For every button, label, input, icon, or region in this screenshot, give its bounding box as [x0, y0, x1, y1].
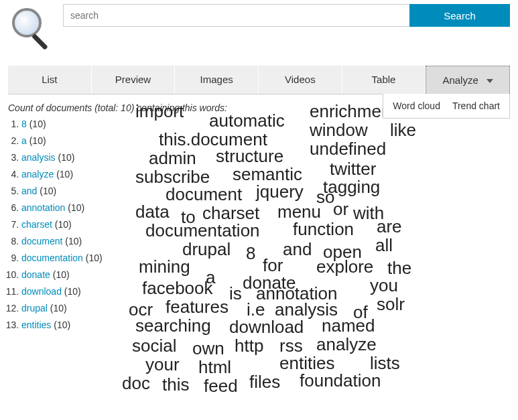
cloud-word[interactable]: lists — [370, 354, 400, 372]
cloud-word[interactable]: jquery — [256, 183, 304, 200]
word-count: (10) — [51, 320, 70, 330]
cloud-word[interactable]: like — [390, 121, 416, 139]
word-count: (10) — [27, 119, 46, 129]
cloud-word[interactable]: download — [229, 318, 304, 336]
cloud-word[interactable]: or — [333, 200, 348, 218]
word-count: (10) — [54, 169, 73, 180]
cloud-word[interactable]: is — [229, 285, 242, 302]
cloud-word[interactable]: automatic — [209, 112, 285, 129]
cloud-word[interactable]: drupal — [182, 240, 231, 258]
cloud-word[interactable]: feed — [204, 377, 238, 395]
word-count: (10) — [52, 219, 72, 230]
list-item: and (10) — [21, 184, 115, 198]
cloud-word[interactable]: own — [192, 340, 224, 357]
cloud-word[interactable]: menu — [277, 203, 321, 220]
word-link[interactable]: download — [21, 286, 62, 297]
word-link[interactable]: drupal — [21, 303, 48, 313]
cloud-word[interactable]: charset — [202, 204, 259, 222]
cloud-word[interactable]: you — [370, 277, 398, 294]
list-item: download (10) — [21, 285, 115, 299]
cloud-word[interactable]: doc — [122, 374, 150, 392]
word-count: (10) — [83, 253, 103, 263]
word-link[interactable]: analysis — [21, 152, 56, 163]
word-count: (10) — [62, 236, 82, 247]
list-item: charset (10) — [21, 218, 115, 232]
cloud-word[interactable]: window — [310, 121, 368, 139]
list-item: a (10) — [21, 134, 115, 148]
cloud-word[interactable]: rss — [279, 337, 303, 354]
list-item: analyze (10) — [21, 167, 115, 182]
cloud-word[interactable]: searching — [135, 317, 211, 334]
dropdown-trendchart[interactable]: Trend chart — [452, 100, 500, 111]
cloud-word[interactable]: features — [166, 298, 229, 316]
word-link[interactable]: documentation — [21, 253, 83, 263]
cloud-word[interactable]: admin — [149, 149, 196, 167]
cloud-word[interactable]: import — [135, 102, 184, 120]
cloud-word[interactable]: social — [132, 337, 176, 354]
cloud-word[interactable]: semantic — [233, 165, 302, 183]
word-link[interactable]: charset — [21, 219, 52, 230]
tab-analyze[interactable]: Analyze — [426, 66, 510, 94]
search-button[interactable]: Search — [409, 4, 510, 27]
cloud-word[interactable]: 8 — [246, 244, 255, 262]
tab-preview[interactable]: Preview — [92, 66, 176, 94]
word-count: (10) — [50, 269, 70, 280]
word-count: (10) — [48, 303, 67, 313]
search-input[interactable] — [63, 4, 409, 27]
tab-analyze-label: Analyze — [442, 74, 478, 86]
cloud-word[interactable]: tagging — [323, 178, 380, 196]
cloud-word[interactable]: html — [198, 358, 231, 376]
svg-rect-1 — [31, 33, 48, 50]
cloud-word[interactable]: files — [249, 373, 280, 391]
list-item: document (10) — [21, 234, 115, 249]
cloud-word[interactable]: the — [387, 259, 411, 277]
cloud-word[interactable]: mining — [139, 258, 190, 275]
cloud-word[interactable]: subscribe — [135, 168, 210, 186]
word-frequency-list: 8 (10)a (10)analysis (10)analyze (10)and… — [8, 117, 115, 332]
cloud-word[interactable]: foundation — [300, 372, 381, 389]
cloud-word[interactable]: data — [135, 203, 170, 220]
list-item: drupal (10) — [21, 301, 115, 316]
cloud-word[interactable]: for — [263, 257, 283, 274]
cloud-word[interactable]: documentation — [145, 222, 260, 239]
cloud-word[interactable]: undefined — [310, 140, 386, 157]
tab-list[interactable]: List — [8, 66, 92, 94]
cloud-word[interactable]: all — [375, 236, 393, 254]
chevron-down-icon — [487, 79, 493, 83]
word-link[interactable]: a — [21, 135, 27, 146]
word-link[interactable]: 8 — [21, 119, 27, 129]
list-item: donate (10) — [21, 268, 115, 282]
word-link[interactable]: annotation — [21, 202, 65, 213]
analyze-dropdown: Word cloud Trend chart — [383, 94, 510, 119]
cloud-word[interactable]: and — [283, 240, 312, 258]
cloud-word[interactable]: entities — [279, 354, 334, 372]
word-link[interactable]: and — [21, 186, 37, 196]
cloud-word[interactable]: twitter — [330, 160, 376, 178]
word-link[interactable]: analyze — [21, 169, 54, 180]
cloud-word[interactable]: explore — [316, 258, 373, 275]
cloud-word[interactable]: i.e — [247, 301, 265, 318]
cloud-word[interactable]: named — [322, 317, 375, 334]
cloud-word[interactable]: your — [145, 356, 180, 373]
cloud-word[interactable]: facebook — [142, 279, 213, 297]
cloud-word[interactable]: document — [166, 186, 242, 203]
cloud-word[interactable]: structure — [216, 147, 283, 165]
svg-point-0 — [13, 9, 40, 36]
word-count: (10) — [62, 286, 81, 297]
cloud-word[interactable]: function — [293, 220, 354, 238]
list-item: analysis (10) — [21, 151, 115, 165]
word-link[interactable]: entities — [21, 320, 51, 330]
cloud-word[interactable]: solr — [377, 295, 405, 313]
search-logo-icon — [8, 4, 56, 52]
cloud-word[interactable]: this — [162, 376, 189, 393]
list-item: entities (10) — [21, 318, 115, 332]
cloud-word[interactable]: are — [377, 218, 402, 235]
cloud-word[interactable]: analyze — [316, 336, 377, 353]
tab-videos[interactable]: Videos — [259, 66, 342, 94]
dropdown-wordcloud[interactable]: Word cloud — [393, 100, 440, 111]
word-link[interactable]: document — [21, 236, 62, 247]
tab-images[interactable]: Images — [175, 66, 259, 94]
word-link[interactable]: donate — [21, 269, 50, 280]
tab-table[interactable]: Table — [342, 66, 426, 94]
cloud-word[interactable]: http — [235, 337, 263, 354]
